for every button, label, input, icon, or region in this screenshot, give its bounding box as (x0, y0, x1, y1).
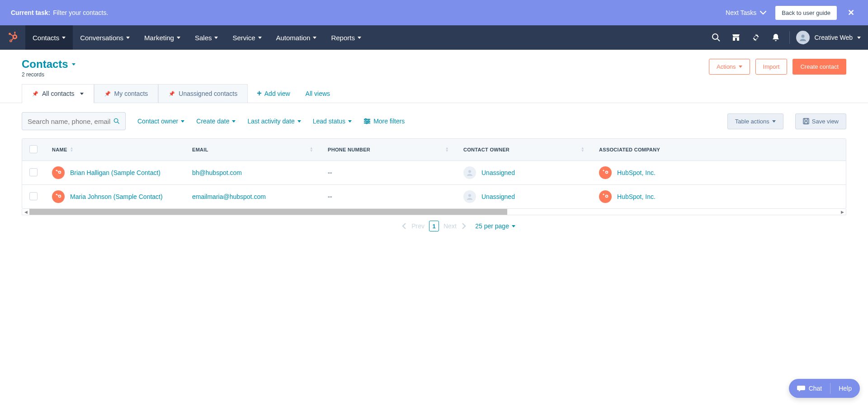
contact-name-link[interactable]: Brian Halligan (Sample Contact) (70, 169, 160, 176)
svg-point-10 (114, 118, 118, 122)
nav-service[interactable]: Service (225, 25, 269, 50)
more-filters-button[interactable]: More filters (363, 118, 405, 125)
back-to-guide-button[interactable]: Back to user guide (775, 6, 837, 20)
add-view-button[interactable]: +Add view (248, 89, 299, 98)
filter-label: Lead status (313, 118, 345, 125)
nav-sales-label: Sales (195, 34, 212, 42)
sort-icon[interactable]: ▲▼ (445, 147, 449, 152)
scroll-right-arrow-icon[interactable]: ▶ (839, 209, 846, 215)
table-row[interactable]: Maria Johnson (Sample Contact) emailmari… (22, 185, 846, 209)
svg-rect-7 (735, 38, 737, 41)
contact-owner-link[interactable]: Unassigned (481, 193, 515, 200)
svg-point-2 (14, 36, 16, 38)
svg-point-5 (712, 34, 718, 39)
account-name: Creative Web (814, 34, 853, 41)
page-number[interactable]: 1 (429, 221, 439, 231)
caret-down-icon (297, 120, 301, 123)
nav-reports[interactable]: Reports (324, 25, 368, 50)
notifications-bell-icon[interactable] (766, 25, 786, 50)
caret-down-icon (739, 66, 742, 68)
contacts-table: NAME▲▼ EMAIL▲▼ PHONE NUMBER▲▼ CONTACT OW… (22, 138, 846, 209)
company-link[interactable]: HubSpot, Inc. (617, 169, 656, 176)
nav-conversations[interactable]: Conversations (73, 25, 137, 50)
col-name[interactable]: NAME (52, 147, 67, 152)
hubspot-logo-icon[interactable] (0, 32, 25, 43)
nav-contacts[interactable]: Contacts (25, 25, 73, 50)
settings-gear-icon[interactable] (746, 25, 766, 50)
nav-sales[interactable]: Sales (188, 25, 226, 50)
table-row[interactable]: Brian Halligan (Sample Contact) bh@hubsp… (22, 161, 846, 185)
caret-down-icon (80, 93, 84, 95)
sort-icon[interactable]: ▲▼ (581, 147, 585, 152)
create-contact-button[interactable]: Create contact (793, 59, 846, 75)
caret-down-icon (62, 37, 66, 39)
table-actions-button[interactable]: Table actions (727, 113, 783, 129)
next-button[interactable]: Next (443, 222, 457, 230)
tab-my-contacts[interactable]: 📌My contacts (94, 84, 159, 103)
record-count: 2 records (22, 71, 75, 78)
table-actions-label: Table actions (735, 118, 769, 125)
save-view-button[interactable]: Save view (795, 113, 846, 129)
contact-avatar-icon (52, 166, 65, 179)
actions-button[interactable]: Actions (709, 59, 750, 75)
row-checkbox[interactable] (29, 192, 38, 200)
caret-down-icon (72, 63, 75, 66)
page-title: Contacts (22, 58, 68, 71)
sort-icon[interactable]: ▲▼ (310, 147, 313, 152)
contact-email-link[interactable]: bh@hubspot.com (192, 169, 242, 176)
chevron-right-icon[interactable] (461, 222, 467, 230)
svg-point-25 (59, 196, 61, 197)
search-icon[interactable] (706, 25, 726, 50)
svg-point-29 (606, 196, 608, 197)
per-page-dropdown[interactable]: 25 per page (475, 222, 515, 230)
search-input-wrapper[interactable] (22, 112, 126, 130)
add-view-label: Add view (264, 90, 290, 97)
chevron-left-icon[interactable] (401, 222, 407, 230)
nav-marketing[interactable]: Marketing (137, 25, 188, 50)
row-checkbox[interactable] (29, 168, 38, 176)
task-text: Filter your contacts. (53, 9, 108, 16)
svg-point-26 (468, 194, 471, 197)
filter-lead-status[interactable]: Lead status (313, 118, 352, 125)
scroll-thumb[interactable] (29, 209, 507, 215)
marketplace-icon[interactable] (726, 25, 746, 50)
caret-down-icon (348, 120, 352, 123)
col-company[interactable]: ASSOCIATED COMPANY (599, 147, 660, 152)
close-icon[interactable]: ✕ (845, 8, 857, 18)
page-title-dropdown[interactable]: Contacts (22, 58, 75, 71)
sort-icon[interactable]: ▲▼ (70, 147, 74, 152)
next-tasks-dropdown[interactable]: Next Tasks (726, 9, 766, 16)
filter-label: Contact owner (137, 118, 178, 125)
plus-icon: + (257, 89, 262, 98)
all-views-link[interactable]: All views (299, 90, 336, 97)
tab-unassigned-contacts[interactable]: 📌Unassigned contacts (158, 84, 248, 103)
search-input[interactable] (28, 118, 113, 125)
nav-automation-label: Automation (276, 34, 311, 42)
horizontal-scrollbar[interactable]: ◀ ▶ (22, 209, 846, 215)
owner-avatar-icon (463, 190, 476, 203)
contact-owner-link[interactable]: Unassigned (481, 169, 515, 176)
select-all-checkbox[interactable] (29, 145, 38, 153)
contact-name-link[interactable]: Maria Johnson (Sample Contact) (70, 193, 163, 200)
svg-point-11 (365, 118, 367, 120)
task-label: Current task: (11, 9, 50, 16)
nav-automation[interactable]: Automation (269, 25, 324, 50)
filter-contact-owner[interactable]: Contact owner (137, 118, 184, 125)
col-email[interactable]: EMAIL (192, 147, 208, 152)
contact-email-link[interactable]: emailmaria@hubspot.com (192, 193, 266, 200)
scroll-left-arrow-icon[interactable]: ◀ (22, 209, 29, 215)
svg-point-4 (10, 40, 12, 42)
svg-point-12 (368, 120, 369, 122)
account-menu[interactable]: Creative Web (793, 31, 861, 44)
company-link[interactable]: HubSpot, Inc. (617, 193, 656, 200)
col-owner[interactable]: CONTACT OWNER (463, 147, 509, 152)
filters-row: Contact owner Create date Last activity … (22, 103, 846, 138)
nav-marketing-label: Marketing (144, 34, 174, 42)
tab-all-contacts[interactable]: 📌All contacts (22, 84, 94, 103)
col-phone[interactable]: PHONE NUMBER (328, 147, 370, 152)
filter-last-activity[interactable]: Last activity date (247, 118, 301, 125)
filter-create-date[interactable]: Create date (196, 118, 236, 125)
prev-button[interactable]: Prev (411, 222, 425, 230)
import-button[interactable]: Import (755, 59, 788, 75)
actions-label: Actions (717, 63, 736, 70)
